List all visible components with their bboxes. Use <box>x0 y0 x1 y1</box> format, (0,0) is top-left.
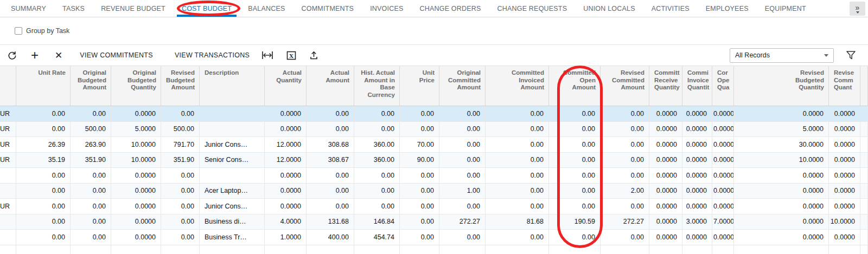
export-button[interactable] <box>309 51 318 60</box>
cell-committed-invoiced-amount[interactable]: 0.00 <box>486 122 549 138</box>
cell-revised-committed-quantity[interactable]: 0.0000 <box>829 106 860 122</box>
column-header-original-committed-amount[interactable]: OriginalCommittedAmount <box>439 66 486 106</box>
cell-hist-actual-amount-base-currency[interactable]: 0.00 <box>354 168 400 184</box>
cell-committed-received-quantity[interactable]: 0.0000 <box>649 106 682 122</box>
records-filter-select[interactable]: All Records <box>730 48 834 63</box>
cell-committed-open-quantity[interactable]: 0.0000 <box>712 184 734 199</box>
cell-uom[interactable] <box>0 230 16 245</box>
cell-committed-invoiced-amount[interactable]: 0.00 <box>486 230 549 245</box>
column-header-actual-quantity[interactable]: ActualQuantity <box>265 66 307 106</box>
cell-committed-open-amount[interactable]: 190.59 <box>549 214 601 230</box>
cell-revised-budgeted-amount[interactable]: 0.00 <box>161 199 200 214</box>
view-transactions-button[interactable]: VIEW TRANSACTIONS <box>170 48 254 62</box>
cell-filler[interactable] <box>860 122 868 138</box>
cell-uom[interactable]: UR <box>0 137 16 153</box>
cell-committed-open-amount[interactable]: 0.00 <box>549 184 601 199</box>
column-header-revised-committed-amount[interactable]: RevisedCommittedAmount <box>601 66 649 106</box>
cell-unit-rate[interactable]: 0.00 <box>16 106 71 122</box>
cell-committed-received-quantity[interactable]: 0.0000 <box>649 122 682 138</box>
cell-revised-committed-quantity[interactable]: 0.0000 <box>829 137 860 153</box>
cell-hist-actual-amount-base-currency[interactable]: 360.00 <box>354 153 400 168</box>
cell-committed-received-quantity[interactable]: 0.0000 <box>649 137 682 153</box>
column-header-committed-open-amount[interactable]: CommittedOpenAmount <box>549 66 601 106</box>
refresh-button[interactable] <box>8 51 17 60</box>
cell-revised-committed-amount[interactable]: 0.00 <box>601 153 649 168</box>
cell-original-budgeted-quantity[interactable]: 0.0000 <box>111 106 161 122</box>
cell-unit-price[interactable]: 90.00 <box>400 153 439 168</box>
column-header-actual-amount[interactable]: ActualAmount <box>307 66 354 106</box>
cell-revised-budgeted-quantity[interactable]: 0.0000 <box>734 106 829 122</box>
group-by-task-checkbox[interactable] <box>15 27 22 35</box>
cell-revised-budgeted-amount[interactable]: 0.00 <box>161 230 200 245</box>
column-header-committed-open-quantity[interactable]: CorOpeQua <box>712 66 734 106</box>
cell-original-budgeted-amount[interactable]: 0.00 <box>71 214 111 230</box>
cell-committed-open-quantity[interactable]: 0.0000 <box>712 122 734 138</box>
cell-unit-rate[interactable]: 26.39 <box>16 137 71 153</box>
cell-original-budgeted-quantity[interactable]: 0.0000 <box>111 184 161 199</box>
column-header-unit-price[interactable]: UnitPrice <box>400 66 439 106</box>
cell-original-budgeted-amount[interactable]: 0.00 <box>71 184 111 199</box>
cell-committed-open-amount[interactable]: 0.00 <box>549 153 601 168</box>
cell-committed-open-amount[interactable]: 0.00 <box>549 137 601 153</box>
cell-committed-received-quantity[interactable]: 0.0000 <box>649 153 682 168</box>
cell-actual-quantity[interactable]: 0.0000 <box>265 122 307 138</box>
column-header-revised-committed-quantity[interactable]: ReviseCommQuant <box>829 66 860 106</box>
cell-original-committed-amount[interactable]: 0.00 <box>439 106 486 122</box>
cell-description[interactable]: Junior Cons… <box>200 199 265 214</box>
cell-revised-committed-quantity[interactable]: 0.0000 <box>829 122 860 138</box>
cell-actual-quantity[interactable]: 4.0000 <box>265 214 307 230</box>
cell-description[interactable] <box>200 106 265 122</box>
cell-uom[interactable]: UR <box>0 199 16 214</box>
cell-actual-amount[interactable]: 308.68 <box>307 137 354 153</box>
tab-equipment[interactable]: EQUIPMENT <box>757 0 814 17</box>
cell-filler[interactable] <box>860 153 868 168</box>
cell-filler[interactable] <box>860 184 868 199</box>
cell-description[interactable] <box>200 122 265 138</box>
column-header-original-budgeted-amount[interactable]: OriginalBudgetedAmount <box>71 66 111 106</box>
cell-unit-price[interactable]: 0.00 <box>400 230 439 245</box>
cell-revised-budgeted-quantity[interactable]: 30.0000 <box>734 137 829 153</box>
cell-original-committed-amount[interactable]: 0.00 <box>439 230 486 245</box>
cell-revised-committed-amount[interactable]: 272.27 <box>601 214 649 230</box>
cell-filler[interactable] <box>860 214 868 230</box>
cell-committed-open-amount[interactable]: 0.00 <box>549 230 601 245</box>
cell-revised-committed-amount[interactable]: 0.00 <box>601 122 649 138</box>
cell-description[interactable] <box>200 168 265 184</box>
cell-unit-rate[interactable]: 35.19 <box>16 153 71 168</box>
cell-unit-price[interactable]: 0.00 <box>400 214 439 230</box>
tab-balances[interactable]: BALANCES <box>240 0 293 17</box>
cell-actual-quantity[interactable]: 12.0000 <box>265 137 307 153</box>
cell-filler[interactable] <box>860 230 868 245</box>
cell-committed-received-quantity[interactable]: 0.0000 <box>649 214 682 230</box>
cell-original-budgeted-quantity[interactable]: 0.0000 <box>111 199 161 214</box>
cell-uom[interactable] <box>0 214 16 230</box>
cell-description[interactable]: Business Tr… <box>200 230 265 245</box>
tab-activities[interactable]: ACTIVITIES <box>643 0 698 17</box>
cell-uom[interactable]: UR <box>0 153 16 168</box>
cell-original-budgeted-amount[interactable]: 0.00 <box>71 199 111 214</box>
view-commitments-button[interactable]: VIEW COMMITMENTS <box>75 48 157 62</box>
cell-revised-budgeted-quantity[interactable]: 0.0000 <box>734 184 829 199</box>
cell-committed-received-quantity[interactable]: 0.0000 <box>649 184 682 199</box>
cell-revised-committed-quantity[interactable]: 0.0000 <box>829 168 860 184</box>
tab-union-locals[interactable]: UNION LOCALS <box>575 0 643 17</box>
tab-change-orders[interactable]: CHANGE ORDERS <box>411 0 489 17</box>
cell-original-committed-amount[interactable]: 0.00 <box>439 199 486 214</box>
cell-actual-amount[interactable]: 308.67 <box>307 153 354 168</box>
cell-original-committed-amount[interactable]: 0.00 <box>439 122 486 138</box>
cell-unit-rate[interactable]: 0.00 <box>16 199 71 214</box>
fit-column-width-button[interactable] <box>261 51 273 60</box>
cell-committed-invoiced-amount[interactable]: 0.00 <box>486 199 549 214</box>
cell-original-budgeted-amount[interactable]: 0.00 <box>71 106 111 122</box>
cell-committed-open-quantity[interactable]: 0.0000 <box>712 168 734 184</box>
tab-invoices[interactable]: INVOICES <box>362 0 411 17</box>
cell-original-budgeted-amount[interactable]: 0.00 <box>71 230 111 245</box>
cell-original-budgeted-quantity[interactable]: 0.0000 <box>111 230 161 245</box>
cell-original-budgeted-quantity[interactable]: 10.0000 <box>111 153 161 168</box>
cell-original-committed-amount[interactable]: 0.00 <box>439 168 486 184</box>
tab-commitments[interactable]: COMMITMENTS <box>293 0 362 17</box>
cell-filler[interactable] <box>860 168 868 184</box>
cell-committed-invoiced-amount[interactable]: 0.00 <box>486 106 549 122</box>
cell-uom[interactable] <box>0 168 16 184</box>
cell-committed-invoiced-amount[interactable]: 0.00 <box>486 137 549 153</box>
